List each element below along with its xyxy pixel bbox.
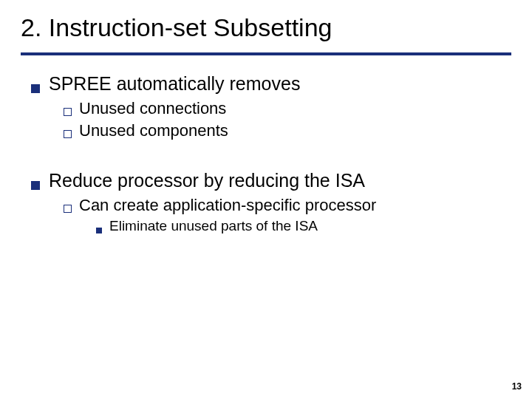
title-rule <box>21 52 511 55</box>
bullet-lvl1: Reduce processor by reducing the ISA <box>31 170 511 191</box>
bullet-text: Can create application-specific processo… <box>79 196 376 215</box>
bullet-lvl2: Unused connections <box>64 99 511 118</box>
bullet-row: Unused connections <box>64 99 511 118</box>
page-number: 13 <box>512 381 522 392</box>
bullet-text: Unused connections <box>79 99 226 118</box>
bullet-text: SPREE automatically removes <box>49 73 300 95</box>
slide: 2. Instruction-set Subsetting SPREE auto… <box>0 0 532 399</box>
square-outline-bullet-icon <box>64 130 72 138</box>
square-outline-bullet-icon <box>64 205 72 213</box>
square-bullet-icon <box>31 181 40 190</box>
square-bullet-icon <box>31 84 40 93</box>
bullet-lvl3: Eliminate unused parts of the ISA <box>96 218 511 234</box>
slide-title: 2. Instruction-set Subsetting <box>21 13 511 52</box>
bullet-lvl2: Unused components <box>64 121 511 140</box>
bullet-row: SPREE automatically removes <box>31 73 511 95</box>
bullet-row: Reduce processor by reducing the ISA <box>31 170 511 191</box>
bullet-lvl1: SPREE automatically removes <box>31 73 511 95</box>
square-outline-bullet-icon <box>64 108 72 116</box>
bullet-text: Eliminate unused parts of the ISA <box>109 218 318 234</box>
bullet-row: Eliminate unused parts of the ISA <box>96 218 511 234</box>
bullet-text: Unused components <box>79 121 228 140</box>
bullet-row: Can create application-specific processo… <box>64 196 511 215</box>
bullet-lvl2: Can create application-specific processo… <box>64 196 511 215</box>
spacer <box>21 142 511 160</box>
square-small-bullet-icon <box>96 228 102 233</box>
bullet-text: Reduce processor by reducing the ISA <box>49 170 365 191</box>
bullet-row: Unused components <box>64 121 511 140</box>
